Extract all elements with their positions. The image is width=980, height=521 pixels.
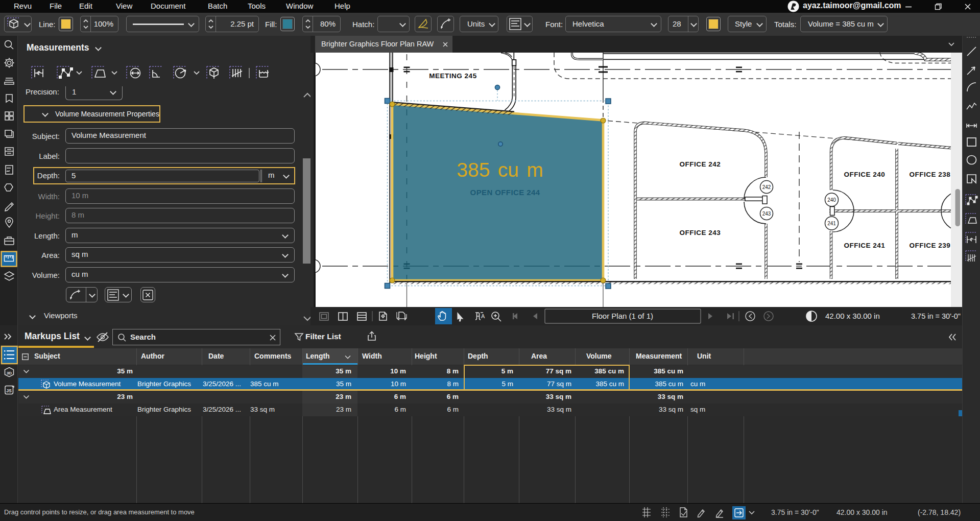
svg-text:A: A — [481, 313, 485, 319]
svg-text:243: 243 — [762, 211, 771, 217]
svg-text:385 cu m: 385 cu m — [457, 159, 543, 181]
svg-text:OFFICE 240: OFFICE 240 — [844, 171, 886, 178]
svg-text:240: 240 — [827, 197, 836, 203]
svg-text:OFFICE 239: OFFICE 239 — [910, 242, 951, 249]
svg-text:OFFICE 241: OFFICE 241 — [844, 242, 886, 249]
svg-text:MEETING 245: MEETING 245 — [429, 72, 476, 80]
svg-text:Floor Plan (1 of 1): Floor Plan (1 of 1) — [592, 312, 653, 320]
svg-text:242: 242 — [762, 184, 771, 190]
svg-text:OFFICE 242: OFFICE 242 — [680, 160, 721, 168]
svg-text:241: 241 — [827, 221, 836, 226]
svg-text:JS: JS — [6, 388, 12, 393]
svg-text:3.75 in = 30'-0": 3.75 in = 30'-0" — [911, 312, 961, 320]
svg-text:3D: 3D — [7, 371, 12, 375]
svg-text:42.00 x 30.00 in: 42.00 x 30.00 in — [825, 312, 880, 320]
svg-text:OFFICE 243: OFFICE 243 — [680, 229, 721, 236]
svg-text:OPEN OFFICE 244: OPEN OFFICE 244 — [470, 188, 540, 197]
svg-text:OFFICE 238: OFFICE 238 — [910, 171, 951, 178]
